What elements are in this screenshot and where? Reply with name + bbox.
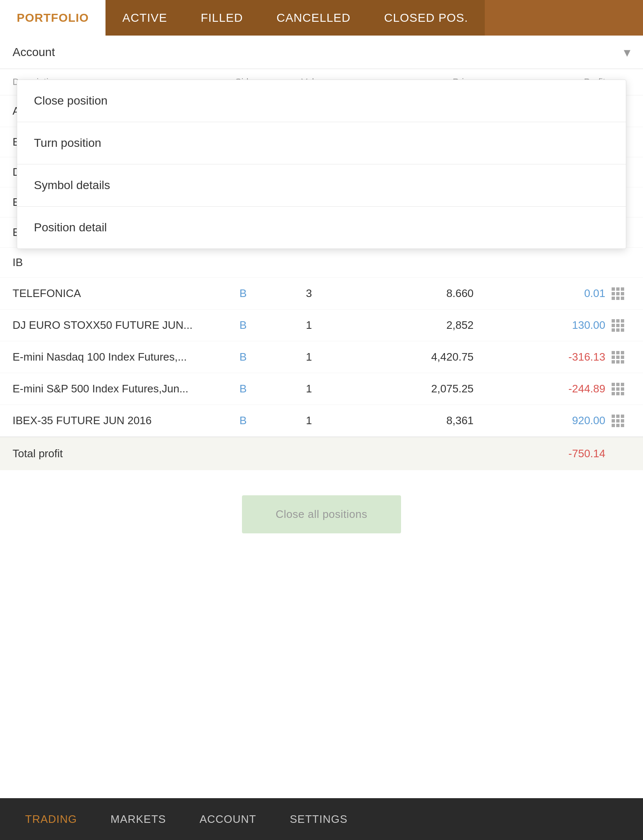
total-value: -750.14 <box>473 447 605 460</box>
cell-vol: 1 <box>276 414 342 427</box>
table-row-telefonica: TELEFONICA B 3 8.660 0.01 <box>0 278 643 310</box>
cell-profit: -316.13 <box>473 351 605 364</box>
cell-description: DJ EURO STOXX50 FUTURE JUN... <box>13 319 210 332</box>
cell-description: E-mini S&P 500 Index Futures,Jun... <box>13 382 210 395</box>
cell-description: TELEFONICA <box>13 287 210 300</box>
cell-sid: B <box>210 351 276 364</box>
cell-sid: B <box>210 382 276 395</box>
grid-icon[interactable] <box>612 383 624 395</box>
total-label: Total profit <box>13 447 473 460</box>
cell-profit: 920.00 <box>473 414 605 427</box>
row-action-button[interactable] <box>605 287 630 300</box>
context-menu-close-position[interactable]: Close position <box>17 80 626 122</box>
row-action-button[interactable] <box>605 415 630 427</box>
chevron-down-icon: ▾ <box>624 44 630 60</box>
row-action-button[interactable] <box>605 319 630 332</box>
cell-sid: B <box>210 414 276 427</box>
cell-profit: 0.01 <box>473 287 605 300</box>
bottom-nav-trading[interactable]: TRADING <box>25 813 77 826</box>
total-row: Total profit -750.14 <box>0 437 643 470</box>
grid-icon[interactable] <box>612 415 624 427</box>
cell-sid: B <box>210 287 276 300</box>
tab-closed-pos[interactable]: CLOSED POS. <box>367 0 485 36</box>
bottom-nav-markets[interactable]: MARKETS <box>111 813 166 826</box>
context-menu-position-detail[interactable]: Position detail <box>17 207 626 248</box>
cell-description: E-mini Nasdaq 100 Index Futures,... <box>13 351 210 364</box>
cell-vol: 1 <box>276 382 342 395</box>
context-menu-turn-position[interactable]: Turn position <box>17 122 626 164</box>
cell-price: 8,361 <box>342 414 474 427</box>
bottom-nav-settings[interactable]: SETTINGS <box>290 813 347 826</box>
tab-portfolio[interactable]: PORTFOLIO <box>0 0 105 36</box>
tab-active[interactable]: ACTIVE <box>105 0 184 36</box>
cell-price: 8.660 <box>342 287 474 300</box>
table-row-emini-sp500: E-mini S&P 500 Index Futures,Jun... B 1 … <box>0 373 643 405</box>
tab-bar: PORTFOLIO ACTIVE FILLED CANCELLED CLOSED… <box>0 0 643 36</box>
tab-filled[interactable]: FILLED <box>184 0 260 36</box>
row-action-button[interactable] <box>605 383 630 395</box>
cell-price: 2,852 <box>342 319 474 332</box>
context-menu: Close position Turn position Symbol deta… <box>17 79 626 249</box>
cell-price: 4,420.75 <box>342 351 474 364</box>
cell-vol: 1 <box>276 351 342 364</box>
table-row-ibex35: IBEX-35 FUTURE JUN 2016 B 1 8,361 920.00 <box>0 405 643 437</box>
cell-vol: 3 <box>276 287 342 300</box>
grid-icon[interactable] <box>612 319 624 332</box>
context-menu-symbol-details[interactable]: Symbol details <box>17 164 626 207</box>
cell-profit: 130.00 <box>473 319 605 332</box>
bottom-navigation: TRADING MARKETS ACCOUNT SETTINGS <box>0 798 643 840</box>
bottom-nav-account[interactable]: ACCOUNT <box>200 813 257 826</box>
account-selector[interactable]: Account ▾ <box>0 36 643 69</box>
close-all-section: Close all positions <box>0 470 643 558</box>
cell-price: 2,075.25 <box>342 382 474 395</box>
close-all-positions-button[interactable]: Close all positions <box>242 495 401 533</box>
cell-profit: -244.89 <box>473 382 605 395</box>
cell-sid: B <box>210 319 276 332</box>
table-row-dj-euro: DJ EURO STOXX50 FUTURE JUN... B 1 2,852 … <box>0 310 643 341</box>
tab-cancelled[interactable]: CANCELLED <box>260 0 367 36</box>
row-action-button[interactable] <box>605 351 630 364</box>
account-label: Account <box>13 46 55 59</box>
grid-icon[interactable] <box>612 351 624 364</box>
cell-description-partial: IB <box>13 256 23 269</box>
grid-icon[interactable] <box>612 287 624 300</box>
cell-description: IBEX-35 FUTURE JUN 2016 <box>13 414 210 427</box>
table-row-partial-ib: IB <box>0 248 643 278</box>
table-row-emini-nasdaq: E-mini Nasdaq 100 Index Futures,... B 1 … <box>0 341 643 373</box>
cell-vol: 1 <box>276 319 342 332</box>
